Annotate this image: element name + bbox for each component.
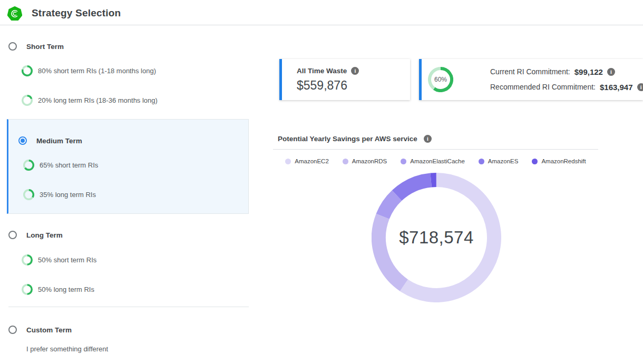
legend-label: AmazonES [488,158,519,164]
strategy-label: Medium Term [36,137,82,145]
allocation-label: 50% long term RIs [38,286,94,293]
allocation-row: 50% short term RIs [22,254,249,265]
allocation-row: 80% short term RIs (1-18 months long) [22,65,249,76]
allocation-row: 20% long term RIs (18-36 months long) [22,94,249,106]
radio-short-term[interactable] [8,42,17,51]
section-divider [8,307,249,307]
info-icon[interactable]: i [607,68,615,76]
donut-center-total: $718,574 [372,173,501,302]
info-icon[interactable]: i [351,67,359,75]
ri-commitment-card: 60% Current RI Commitment: $99,122 i Rec… [419,59,643,100]
waste-card-label: All Time Waste [297,67,347,75]
legend-item-amazonec2[interactable]: AmazonEC2 [285,158,329,164]
legend-dot-icon [479,159,484,164]
allocation-label: 65% short term RIs [40,161,98,169]
strategy-option-long-term[interactable]: Long Term [8,231,249,239]
recommended-commitment-value: $163,947 [600,83,633,92]
brand-logo-icon [7,6,22,21]
radio-medium-term[interactable] [18,136,27,145]
legend-label: AmazonElastiCache [410,158,465,164]
allocation-ring-icon [22,95,33,106]
chart-divider [273,149,598,150]
allocation-row: 35% long term RIs [23,189,248,200]
legend-item-amazonelasticache[interactable]: AmazonElastiCache [401,158,465,164]
legend-dot-icon [343,159,348,164]
current-commitment-label: Current RI Commitment: [490,67,570,76]
legend-dot-icon [285,159,291,164]
legend-label: AmazonRDS [352,158,387,164]
legend-item-amazonrds[interactable]: AmazonRDS [343,158,387,164]
savings-donut-chart: $718,574 [372,173,501,302]
strategy-list: Short Term 80% short term RIs (1-18 mont… [8,34,249,353]
chart-title: Potential Yearly Savings per AWS service [278,135,417,143]
allocation-row: 65% short term RIs [23,159,248,171]
legend-item-amazones[interactable]: AmazonES [479,158,519,164]
strategy-option-custom-term[interactable]: Custom Term [8,326,249,334]
commitment-gauge: 60% [428,67,453,92]
allocation-label: 35% long term RIs [40,191,96,199]
allocation-ring-icon [22,254,33,265]
legend-label: AmazonRedshift [541,158,586,164]
all-time-waste-card: All Time Waste i $559,876 [279,59,410,100]
strategy-label: Long Term [26,231,63,239]
info-icon[interactable]: i [424,135,432,143]
allocation-ring-icon [23,160,34,171]
waste-card-value: $559,876 [297,78,410,93]
radio-custom-term[interactable] [8,326,17,334]
current-commitment-value: $99,122 [574,67,603,76]
strategy-option-medium-term[interactable]: Medium Term 65% short term RIs 35% long … [7,119,249,214]
strategy-option-short-term[interactable]: Short Term [8,42,249,51]
allocation-ring-icon [22,65,33,76]
allocation-ring-icon [23,189,34,200]
allocation-row: 50% long term RIs [22,283,249,295]
legend-dot-icon [532,159,538,164]
allocation-label: 20% long term RIs (18-36 months long) [38,96,158,104]
allocation-label: 50% short term RIs [38,256,96,264]
strategy-head-medium-term[interactable]: Medium Term [18,136,248,145]
recommended-commitment-row: Recommended RI Commitment: $163,947 i [490,82,643,92]
chart-legend: AmazonEC2 AmazonRDS AmazonElastiCache Am… [273,158,598,164]
strategy-label: Short Term [26,43,64,51]
chart-title-row: Potential Yearly Savings per AWS service… [278,135,432,143]
commitment-gauge-label: 60% [428,67,453,92]
allocation-ring-icon [22,284,33,295]
legend-dot-icon [401,159,406,164]
info-icon[interactable]: i [637,83,643,91]
page-title: Strategy Selection [32,7,121,19]
legend-item-amazonredshift[interactable]: AmazonRedshift [532,158,586,164]
app-header: Strategy Selection [0,0,643,25]
strategy-label: Custom Term [26,326,72,334]
radio-long-term[interactable] [8,231,17,239]
allocation-label: 80% short term RIs (1-18 months long) [38,67,156,75]
custom-term-description: I prefer something different [26,345,249,353]
current-commitment-row: Current RI Commitment: $99,122 i [490,66,643,77]
legend-label: AmazonEC2 [295,158,329,164]
recommended-commitment-label: Recommended RI Commitment: [490,83,596,91]
